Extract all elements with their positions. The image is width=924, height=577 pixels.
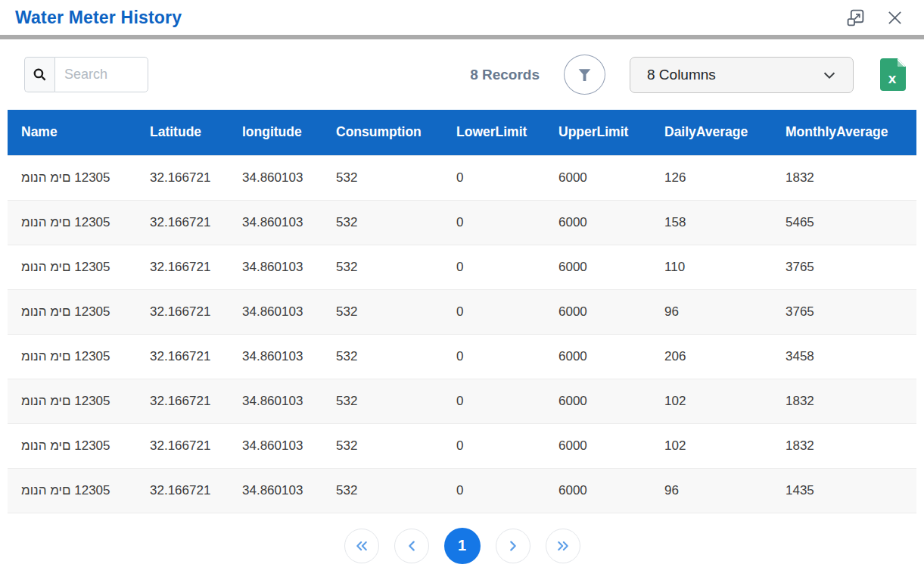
last-page-button[interactable] [546,529,580,563]
meter-name-text: מונה מים 12305 [21,170,110,185]
cell-consumption: 532 [322,379,443,423]
cell-consumption: 532 [322,468,443,513]
cell-daily_average: 126 [651,155,772,200]
cell-daily_average: 96 [651,468,772,513]
filter-button[interactable] [564,55,605,95]
next-page-button[interactable] [496,529,530,563]
cell-lower_limit: 0 [443,379,545,423]
cell-lower_limit: 0 [443,155,545,200]
meter-name-text: מונה מים 12305 [21,215,110,229]
table-row[interactable]: מונה מים 1230532.16672134.86010353206000… [8,334,916,379]
cell-daily_average: 158 [651,200,772,245]
close-icon [886,9,904,27]
cell-lower_limit: 0 [443,334,545,379]
cell-longitude: 34.860103 [229,423,322,468]
table-row[interactable]: מונה מים 1230532.16672134.86010353206000… [8,423,916,468]
meter-name-text: מונה מים 12305 [21,483,110,497]
cell-longitude: 34.860103 [229,155,322,200]
meter-name-text: מונה מים 12305 [21,349,110,363]
cell-consumption: 532 [322,245,443,289]
cell-monthly_average: 5465 [772,200,916,245]
cell-longitude: 34.860103 [229,200,322,245]
filter-funnel-icon [577,67,593,83]
cell-monthly_average: 3765 [772,245,916,289]
column-header-latitude[interactable]: Latitude [136,110,229,155]
close-button[interactable] [882,5,907,30]
column-header-upper_limit[interactable]: UpperLimit [545,110,651,155]
cell-lower_limit: 0 [443,245,545,289]
cell-latitude: 32.166721 [136,423,229,468]
previous-page-button[interactable] [394,529,429,563]
cell-lower_limit: 0 [443,468,545,513]
table-row[interactable]: מונה מים 1230532.16672134.86010353206000… [8,245,916,289]
cell-daily_average: 102 [651,379,772,423]
search-input[interactable] [54,57,148,92]
cell-consumption: 532 [322,155,443,200]
column-header-monthly_average[interactable]: MonthlyAverage [772,110,916,155]
column-header-lower_limit[interactable]: LowerLimit [443,110,545,155]
cell-daily_average: 102 [651,423,772,468]
cell-upper_limit: 6000 [545,155,651,200]
cell-daily_average: 206 [651,334,772,379]
cell-longitude: 34.860103 [229,289,322,334]
cell-monthly_average: 1832 [772,379,916,423]
cell-latitude: 32.166721 [136,468,229,513]
cell-upper_limit: 6000 [545,334,651,379]
page-title: Water Meter History [15,8,182,28]
water-meter-history-grid: NameLatitudelongitudeConsumptionLowerLim… [8,110,916,513]
cell-name: מונה מים 12305 [8,155,136,200]
cell-consumption: 532 [322,334,443,379]
cell-consumption: 532 [322,423,443,468]
cell-upper_limit: 6000 [545,468,651,513]
cell-consumption: 532 [322,200,443,245]
table-row[interactable]: מונה מים 1230532.16672134.86010353206000… [8,155,916,200]
cell-name: מונה מים 12305 [8,379,136,423]
first-page-button[interactable] [344,529,379,563]
titlebar: Water Meter History [0,0,924,35]
cell-monthly_average: 1832 [772,423,916,468]
meter-name-text: מונה מים 12305 [21,304,110,319]
column-header-daily_average[interactable]: DailyAverage [651,110,772,155]
columns-dropdown[interactable]: 8 Columns [630,57,854,93]
table-row[interactable]: מונה מים 1230532.16672134.86010353206000… [8,200,916,245]
cell-latitude: 32.166721 [136,379,229,423]
cell-upper_limit: 6000 [545,245,651,289]
cell-daily_average: 110 [651,245,772,289]
cell-monthly_average: 1435 [772,468,916,513]
cell-name: מונה מים 12305 [8,200,136,245]
column-header-name[interactable]: Name [8,110,136,155]
cell-daily_average: 96 [651,289,772,334]
excel-export-icon: x [880,58,906,91]
cell-longitude: 34.860103 [229,379,322,423]
cell-lower_limit: 0 [443,200,545,245]
page-1-button[interactable]: 1 [444,528,481,564]
cell-monthly_average: 3765 [772,289,916,334]
expand-icon [846,8,865,27]
cell-longitude: 34.860103 [229,334,322,379]
table-header-row: NameLatitudelongitudeConsumptionLowerLim… [8,110,916,155]
search-addon [24,57,54,92]
search-icon [33,67,47,82]
column-header-longitude[interactable]: longitude [229,110,322,155]
meter-name-text: מונה מים 12305 [21,394,110,408]
table-row[interactable]: מונה מים 1230532.16672134.86010353206000… [8,468,916,513]
cell-name: מונה מים 12305 [8,334,136,379]
cell-upper_limit: 6000 [545,379,651,423]
cell-name: מונה מים 12305 [8,423,136,468]
cell-latitude: 32.166721 [136,289,229,334]
cell-upper_limit: 6000 [545,289,651,334]
cell-consumption: 532 [322,289,443,334]
excel-export-button[interactable]: x [880,58,906,91]
cell-longitude: 34.860103 [229,245,322,289]
chevron-down-icon [821,67,838,83]
records-count-label: 8 Records [470,67,540,83]
cell-longitude: 34.860103 [229,468,322,513]
columns-dropdown-value: 8 Columns [647,67,821,83]
next-page-icon [509,540,518,552]
table-row[interactable]: מונה מים 1230532.16672134.86010353206000… [8,379,916,423]
svg-text:x: x [888,70,897,86]
expand-button[interactable] [842,5,868,30]
column-header-consumption[interactable]: Consumption [322,110,443,155]
table-row[interactable]: מונה מים 1230532.16672134.86010353206000… [8,289,916,334]
cell-latitude: 32.166721 [136,334,229,379]
